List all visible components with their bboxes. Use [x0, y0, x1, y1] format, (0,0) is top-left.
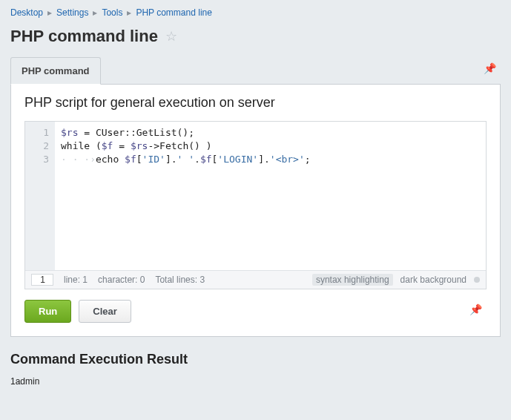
chevron-right-icon: ▸ [93, 7, 97, 18]
code-area[interactable]: 1 2 3 $rs = CUser::GetList(); while ($f … [25, 122, 486, 270]
breadcrumb-item-current[interactable]: PHP command line [136, 7, 212, 18]
breadcrumb-item-tools[interactable]: Tools [102, 7, 122, 18]
chevron-right-icon: ▸ [127, 7, 131, 18]
status-left: 1 line: 1 character: 0 Total lines: 3 [31, 274, 205, 286]
run-button[interactable]: Run [24, 300, 71, 323]
total-lines-label: Total lines: 3 [155, 275, 205, 285]
syntax-highlighting-toggle[interactable]: syntax highlighting [312, 274, 393, 286]
result-heading: Command Execution Result [10, 352, 501, 367]
cursor-line-label: line: 1 [64, 275, 88, 285]
tab-php-command[interactable]: PHP command [10, 57, 101, 85]
page-title-row: PHP command line ☆ [10, 27, 501, 46]
breadcrumb-item-desktop[interactable]: Desktop [10, 7, 43, 18]
actions-row: Run Clear 📌 [24, 300, 487, 323]
current-line-indicator: 1 [31, 274, 53, 286]
breadcrumb-item-settings[interactable]: Settings [56, 7, 88, 18]
code-content[interactable]: $rs = CUser::GetList(); while ($f = $rs-… [55, 122, 486, 270]
result-output: 1admin [10, 376, 501, 387]
gutter-line: 2 [25, 140, 49, 153]
editor-status-bar: 1 line: 1 character: 0 Total lines: 3 sy… [25, 270, 486, 289]
pin-icon[interactable]: 📌 [469, 303, 487, 320]
gutter-line: 1 [25, 126, 49, 140]
line-gutter: 1 2 3 [25, 122, 55, 270]
favorite-star-icon[interactable]: ☆ [165, 28, 177, 45]
panel-heading: PHP script for general execution on serv… [24, 95, 487, 111]
page-title: PHP command line [10, 27, 158, 46]
gutter-line: 3 [25, 153, 49, 166]
tab-bar: PHP command 📌 [10, 56, 501, 85]
dark-background-toggle[interactable]: dark background [400, 275, 467, 285]
status-right: syntax highlighting dark background [312, 274, 480, 286]
button-group: Run Clear [24, 300, 131, 323]
breadcrumb: Desktop ▸ Settings ▸ Tools ▸ PHP command… [10, 6, 501, 24]
cursor-char-label: character: 0 [98, 275, 145, 285]
pin-icon[interactable]: 📌 [484, 62, 501, 79]
code-editor: 1 2 3 $rs = CUser::GetList(); while ($f … [24, 121, 487, 289]
main-panel: PHP script for general execution on serv… [10, 85, 501, 337]
chevron-right-icon: ▸ [47, 7, 52, 18]
status-dot-icon [474, 277, 480, 283]
clear-button[interactable]: Clear [79, 300, 131, 323]
